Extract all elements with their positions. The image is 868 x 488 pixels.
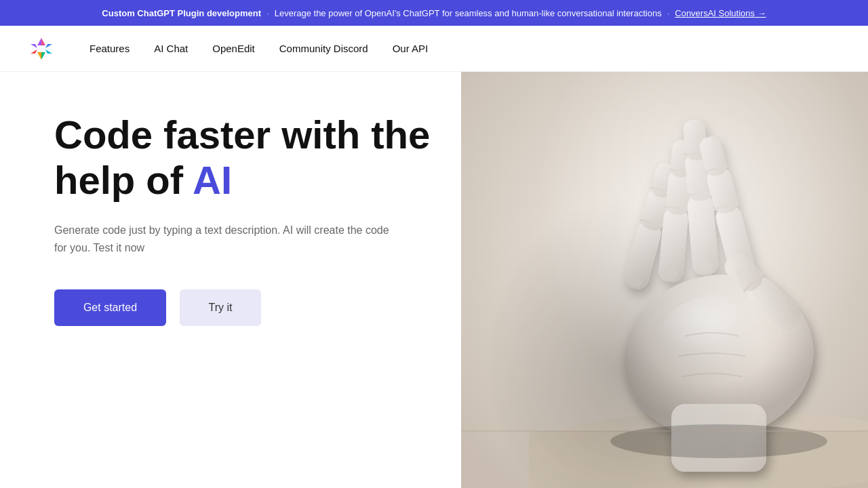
try-it-button[interactable]: Try it <box>180 289 261 326</box>
robot-hand-overlay <box>461 72 868 488</box>
banner-separator: · <box>267 8 269 18</box>
navbar: Features AI Chat OpenEdit Community Disc… <box>0 26 868 72</box>
banner-separator-2: · <box>667 8 670 18</box>
nav-item-openedit[interactable]: OpenEdit <box>212 43 255 55</box>
robot-hand-background <box>461 72 868 488</box>
logo-segment-4 <box>45 49 52 54</box>
logo-segment-3 <box>45 44 52 48</box>
nav-link-our-api[interactable]: Our API <box>393 43 429 54</box>
nav-links: Features AI Chat OpenEdit Community Disc… <box>90 43 428 55</box>
logo-icon <box>27 35 56 63</box>
right-panel <box>461 72 868 488</box>
logo-segment-2 <box>37 38 41 45</box>
logo-center <box>39 46 44 52</box>
hero-subtext: Generate code just by typing a text desc… <box>54 222 393 256</box>
logo[interactable] <box>27 35 56 63</box>
nav-link-openedit[interactable]: OpenEdit <box>212 43 255 54</box>
hero-heading-line2-prefix: help of <box>54 158 193 202</box>
cta-buttons: Get started Try it <box>54 289 434 326</box>
nav-link-ai-chat[interactable]: AI Chat <box>154 43 188 54</box>
hero-heading: Code faster with the help of AI <box>54 113 434 203</box>
nav-link-community-discord[interactable]: Community Discord <box>279 43 368 54</box>
get-started-button[interactable]: Get started <box>54 289 166 326</box>
banner-link[interactable]: ConversAI Solutions → <box>675 8 766 18</box>
logo-segment-5 <box>41 52 45 60</box>
banner-bold-text: Custom ChatGPT Plugin development <box>102 8 261 18</box>
logo-segment-7 <box>31 49 37 54</box>
nav-item-community-discord[interactable]: Community Discord <box>279 43 368 55</box>
nav-link-features[interactable]: Features <box>90 43 130 54</box>
hero-heading-line1: Code faster with the <box>54 113 430 157</box>
logo-segment-6 <box>37 52 41 60</box>
top-banner: Custom ChatGPT Plugin development · Leve… <box>0 0 868 26</box>
logo-segment-8 <box>31 44 37 48</box>
main-content: Code faster with the help of AI Generate… <box>0 72 868 488</box>
logo-segment-1 <box>41 38 45 45</box>
hero-heading-ai: AI <box>193 158 232 202</box>
nav-item-our-api[interactable]: Our API <box>393 43 429 55</box>
nav-item-ai-chat[interactable]: AI Chat <box>154 43 188 55</box>
nav-item-features[interactable]: Features <box>90 43 130 55</box>
banner-description: Leverage the power of OpenAI's ChatGPT f… <box>275 8 662 18</box>
left-panel: Code faster with the help of AI Generate… <box>0 72 461 488</box>
